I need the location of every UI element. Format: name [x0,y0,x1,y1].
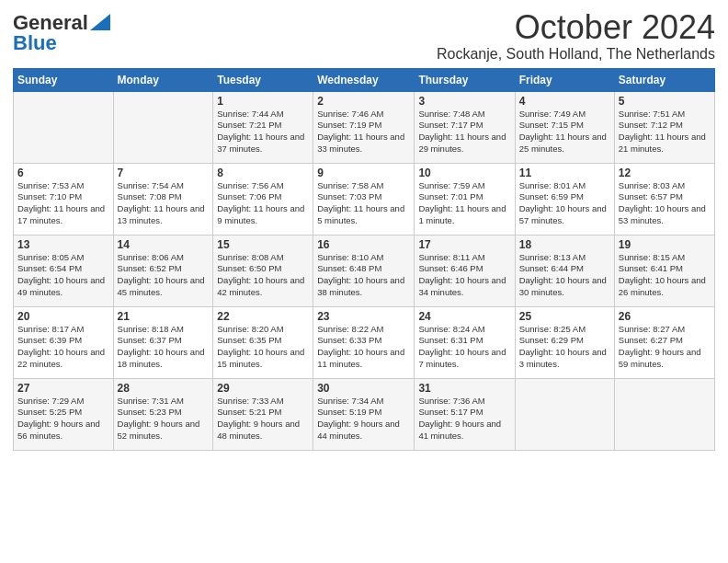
calendar-cell: 26Sunrise: 8:27 AM Sunset: 6:27 PM Dayli… [614,306,714,378]
day-number: 18 [519,238,610,251]
day-number: 17 [418,238,510,251]
day-info: Sunrise: 8:11 AM Sunset: 6:46 PM Dayligh… [418,252,510,299]
calendar-cell: 21Sunrise: 8:18 AM Sunset: 6:37 PM Dayli… [113,306,213,378]
calendar-cell: 27Sunrise: 7:29 AM Sunset: 5:25 PM Dayli… [14,378,114,450]
day-info: Sunrise: 8:13 AM Sunset: 6:44 PM Dayligh… [519,252,610,299]
day-number: 20 [17,310,109,323]
calendar-cell: 16Sunrise: 8:10 AM Sunset: 6:48 PM Dayli… [313,235,415,306]
day-info: Sunrise: 8:03 AM Sunset: 6:57 PM Dayligh… [619,180,711,227]
day-number: 15 [217,238,309,251]
col-friday: Friday [515,68,614,91]
day-info: Sunrise: 7:36 AM Sunset: 5:17 PM Dayligh… [418,396,510,442]
day-info: Sunrise: 7:29 AM Sunset: 5:25 PM Dayligh… [17,396,109,442]
day-number: 28 [118,382,210,395]
calendar-cell: 13Sunrise: 8:05 AM Sunset: 6:54 PM Dayli… [14,235,114,306]
calendar-week-4: 20Sunrise: 8:17 AM Sunset: 6:39 PM Dayli… [14,306,715,378]
header-row: Sunday Monday Tuesday Wednesday Thursday… [14,68,715,91]
day-info: Sunrise: 8:25 AM Sunset: 6:29 PM Dayligh… [519,324,610,371]
calendar-week-5: 27Sunrise: 7:29 AM Sunset: 5:25 PM Dayli… [14,378,715,450]
day-number: 27 [17,382,109,395]
day-info: Sunrise: 7:58 AM Sunset: 7:03 PM Dayligh… [317,180,410,227]
day-number: 19 [619,238,711,251]
calendar-cell: 18Sunrise: 8:13 AM Sunset: 6:44 PM Dayli… [515,235,614,306]
svg-marker-0 [90,14,110,30]
calendar-cell: 14Sunrise: 8:06 AM Sunset: 6:52 PM Dayli… [113,235,213,306]
day-number: 11 [519,167,610,179]
day-info: Sunrise: 8:05 AM Sunset: 6:54 PM Dayligh… [17,252,109,299]
day-number: 29 [217,382,309,395]
day-info: Sunrise: 7:34 AM Sunset: 5:19 PM Dayligh… [317,396,410,442]
title-block: October 2024 Rockanje, South Holland, Th… [437,9,715,63]
calendar-week-3: 13Sunrise: 8:05 AM Sunset: 6:54 PM Dayli… [14,235,715,306]
main-container: General Blue October 2024 Rockanje, Sout… [0,0,728,458]
calendar-cell: 12Sunrise: 8:03 AM Sunset: 6:57 PM Dayli… [614,163,714,235]
day-number: 13 [17,238,109,251]
calendar-cell: 20Sunrise: 8:17 AM Sunset: 6:39 PM Dayli… [14,306,114,378]
logo-general-text: General [13,13,88,33]
day-number: 2 [317,95,410,108]
day-info: Sunrise: 7:33 AM Sunset: 5:21 PM Dayligh… [217,396,309,442]
day-number: 26 [619,310,711,323]
day-info: Sunrise: 7:53 AM Sunset: 7:10 PM Dayligh… [17,180,109,227]
logo-icon [90,14,110,30]
day-info: Sunrise: 7:31 AM Sunset: 5:23 PM Dayligh… [118,396,210,442]
day-number: 22 [217,310,309,323]
day-number: 7 [118,167,210,179]
day-info: Sunrise: 8:15 AM Sunset: 6:41 PM Dayligh… [619,252,711,299]
calendar-table: Sunday Monday Tuesday Wednesday Thursday… [13,68,715,451]
day-info: Sunrise: 7:54 AM Sunset: 7:08 PM Dayligh… [118,180,210,227]
calendar-cell: 22Sunrise: 8:20 AM Sunset: 6:35 PM Dayli… [213,306,313,378]
logo-blue-text: Blue [13,33,57,53]
day-number: 25 [519,310,610,323]
day-info: Sunrise: 8:24 AM Sunset: 6:31 PM Dayligh… [418,324,510,371]
day-info: Sunrise: 8:06 AM Sunset: 6:52 PM Dayligh… [118,252,210,299]
logo: General Blue [13,13,110,53]
calendar-cell: 4Sunrise: 7:49 AM Sunset: 7:15 PM Daylig… [515,91,614,163]
col-sunday: Sunday [14,68,114,91]
calendar-cell: 5Sunrise: 7:51 AM Sunset: 7:12 PM Daylig… [614,91,714,163]
calendar-cell: 15Sunrise: 8:08 AM Sunset: 6:50 PM Dayli… [213,235,313,306]
day-info: Sunrise: 7:48 AM Sunset: 7:17 PM Dayligh… [418,109,510,155]
day-number: 30 [317,382,410,395]
day-info: Sunrise: 7:44 AM Sunset: 7:21 PM Dayligh… [217,109,309,155]
calendar-cell: 10Sunrise: 7:59 AM Sunset: 7:01 PM Dayli… [415,163,515,235]
calendar-cell: 30Sunrise: 7:34 AM Sunset: 5:19 PM Dayli… [313,378,415,450]
day-number: 3 [418,95,510,108]
day-number: 9 [317,167,410,179]
calendar-cell: 8Sunrise: 7:56 AM Sunset: 7:06 PM Daylig… [213,163,313,235]
calendar-cell: 9Sunrise: 7:58 AM Sunset: 7:03 PM Daylig… [313,163,415,235]
calendar-week-2: 6Sunrise: 7:53 AM Sunset: 7:10 PM Daylig… [14,163,715,235]
calendar-cell: 29Sunrise: 7:33 AM Sunset: 5:21 PM Dayli… [213,378,313,450]
day-info: Sunrise: 7:51 AM Sunset: 7:12 PM Dayligh… [619,109,711,155]
calendar-cell: 7Sunrise: 7:54 AM Sunset: 7:08 PM Daylig… [113,163,213,235]
calendar-cell: 17Sunrise: 8:11 AM Sunset: 6:46 PM Dayli… [415,235,515,306]
calendar-cell: 19Sunrise: 8:15 AM Sunset: 6:41 PM Dayli… [614,235,714,306]
day-info: Sunrise: 8:17 AM Sunset: 6:39 PM Dayligh… [17,324,109,371]
month-title: October 2024 [437,9,715,46]
day-number: 21 [118,310,210,323]
day-number: 10 [418,167,510,179]
day-number: 14 [118,238,210,251]
day-number: 31 [418,382,510,395]
calendar-cell: 11Sunrise: 8:01 AM Sunset: 6:59 PM Dayli… [515,163,614,235]
day-info: Sunrise: 8:08 AM Sunset: 6:50 PM Dayligh… [217,252,309,299]
calendar-cell: 24Sunrise: 8:24 AM Sunset: 6:31 PM Dayli… [415,306,515,378]
day-info: Sunrise: 7:56 AM Sunset: 7:06 PM Dayligh… [217,180,309,227]
location-title: Rockanje, South Holland, The Netherlands [437,46,715,63]
day-number: 24 [418,310,510,323]
calendar-cell: 6Sunrise: 7:53 AM Sunset: 7:10 PM Daylig… [14,163,114,235]
day-info: Sunrise: 8:22 AM Sunset: 6:33 PM Dayligh… [317,324,410,371]
day-info: Sunrise: 8:20 AM Sunset: 6:35 PM Dayligh… [217,324,309,371]
calendar-cell: 2Sunrise: 7:46 AM Sunset: 7:19 PM Daylig… [313,91,415,163]
calendar-cell: 28Sunrise: 7:31 AM Sunset: 5:23 PM Dayli… [113,378,213,450]
day-number: 4 [519,95,610,108]
col-saturday: Saturday [614,68,714,91]
day-number: 12 [619,167,711,179]
calendar-cell: 1Sunrise: 7:44 AM Sunset: 7:21 PM Daylig… [213,91,313,163]
calendar-cell [14,91,114,163]
calendar-cell: 25Sunrise: 8:25 AM Sunset: 6:29 PM Dayli… [515,306,614,378]
calendar-cell: 31Sunrise: 7:36 AM Sunset: 5:17 PM Dayli… [415,378,515,450]
day-number: 8 [217,167,309,179]
calendar-cell: 3Sunrise: 7:48 AM Sunset: 7:17 PM Daylig… [415,91,515,163]
day-number: 6 [17,167,109,179]
